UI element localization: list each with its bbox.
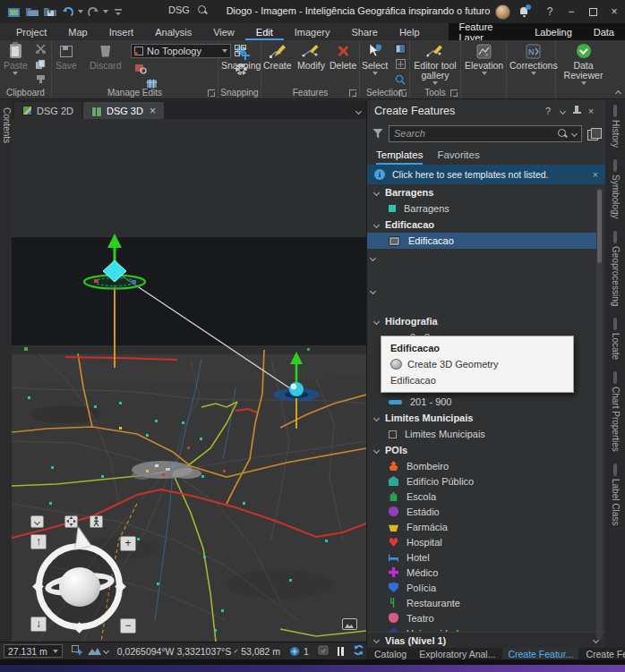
tab-view[interactable]: View	[202, 23, 245, 40]
undo-icon[interactable]	[60, 4, 76, 20]
select-by-attributes-icon[interactable]	[394, 43, 407, 55]
panel-help-icon[interactable]: ?	[541, 104, 555, 118]
refresh-icon[interactable]	[353, 644, 364, 658]
tab-create-feature-c[interactable]: Create Feature C...	[580, 648, 625, 659]
template-policia[interactable]: Polícia	[367, 580, 605, 595]
map-3d-view[interactable]: ↑ + ↓ −	[12, 119, 366, 642]
hidden-group-chevron[interactable]	[370, 288, 376, 294]
tab-edit[interactable]: Edit	[245, 23, 284, 40]
open-project-icon[interactable]	[24, 4, 40, 20]
zoom-out-button[interactable]: −	[120, 618, 136, 634]
tab-feature-layer[interactable]: Feature Layer	[449, 23, 525, 40]
save-edits-button[interactable]: Save	[56, 42, 77, 71]
group-header-limites[interactable]: Limites Municipais	[367, 410, 605, 426]
cut-icon[interactable]	[34, 43, 47, 55]
close-view-tab-icon[interactable]: ×	[150, 105, 156, 117]
zoom-to-selection-icon[interactable]	[394, 73, 407, 85]
view-tab-dsg-2d[interactable]: DSG 2D	[14, 102, 81, 119]
template-hospital[interactable]: Hospital	[367, 534, 605, 549]
delete-button[interactable]: Delete	[330, 42, 356, 71]
minimize-button[interactable]: −	[561, 0, 582, 23]
help-button[interactable]: ?	[539, 0, 561, 23]
view-tab-dsg-3d[interactable]: DSG 3D ×	[83, 102, 164, 119]
snap-toggle-icon[interactable]	[72, 645, 83, 658]
tab-imagery[interactable]: Imagery	[284, 23, 341, 40]
tab-create-features[interactable]: Create Featur...	[502, 648, 578, 659]
undo-dropdown-caret[interactable]	[78, 10, 83, 13]
template-limites-municipais[interactable]: Limites Municipais	[367, 426, 605, 442]
template-estadio[interactable]: Estádio	[367, 504, 605, 519]
tab-templates[interactable]: Templates	[376, 145, 423, 165]
tab-catalog[interactable]: Catalog	[369, 648, 412, 659]
manage-edits-launcher[interactable]	[208, 89, 215, 97]
group-header-edificacao[interactable]: Edificacao	[367, 217, 605, 233]
tab-map[interactable]: Map	[57, 23, 98, 40]
template-restaurante[interactable]: Restaurante	[367, 595, 605, 610]
copy-icon[interactable]	[34, 58, 47, 70]
template-edificacao[interactable]: Edificacao	[367, 233, 596, 249]
template-barragens[interactable]: Barragens	[367, 200, 605, 217]
tab-exploratory-analysis[interactable]: Exploratory Anal...	[414, 648, 501, 659]
group-header-hidrografia[interactable]: Hidrografia	[367, 313, 605, 329]
elevation-button[interactable]: z Elevation	[465, 42, 503, 75]
elevation-combo[interactable]: 27.131 m	[4, 644, 63, 658]
notifications-bell-icon[interactable]	[516, 4, 532, 20]
tilt-up-button[interactable]: ↑	[30, 534, 47, 549]
search-icon[interactable]	[558, 129, 568, 139]
select-button[interactable]: Select	[362, 42, 388, 75]
templates-notice-banner[interactable]: i Click here to see templates not listed…	[367, 165, 605, 184]
template-bombeiro[interactable]: Bombeiro	[367, 458, 605, 473]
banner-close-icon[interactable]: ×	[593, 169, 598, 180]
search-options-chevron[interactable]	[571, 130, 578, 136]
redo-dropdown-caret[interactable]	[103, 10, 108, 13]
group-header-barragens[interactable]: Barragens	[367, 184, 605, 200]
discard-edits-button[interactable]: Discard	[90, 42, 122, 71]
dock-tab-history[interactable]: History	[605, 105, 625, 155]
collapse-navigator-button[interactable]	[30, 515, 44, 528]
panel-pin-icon[interactable]	[569, 104, 584, 118]
template-search-input[interactable]: Search	[389, 125, 582, 142]
tab-data[interactable]: Data	[583, 23, 625, 40]
map-topology-icon[interactable]	[134, 63, 147, 74]
tab-insert[interactable]: Insert	[98, 23, 145, 40]
modify-button[interactable]: Modify	[297, 42, 325, 71]
coordinates-chevron[interactable]	[235, 649, 238, 652]
template-properties-icon[interactable]	[587, 128, 600, 140]
compass-navigator[interactable]	[36, 543, 123, 630]
overview-map-button[interactable]	[342, 618, 357, 630]
format-painter-icon[interactable]	[34, 73, 47, 85]
zoom-in-button[interactable]: +	[120, 536, 136, 551]
template-edificio-publico[interactable]: Edifício Público	[367, 473, 605, 489]
dock-tab-chart-properties[interactable]: Chart Properties	[605, 371, 625, 459]
tools-launcher[interactable]	[450, 89, 458, 97]
corrections-button[interactable]: N Corrections	[509, 42, 558, 75]
redo-icon[interactable]	[85, 4, 101, 20]
tab-help[interactable]: Help	[389, 23, 431, 40]
template-teatro[interactable]: Teatro	[367, 610, 605, 625]
create-button[interactable]: Create	[263, 42, 292, 71]
panel-menu-chevron[interactable]	[555, 104, 569, 118]
close-button[interactable]: ×	[604, 0, 625, 23]
dock-tab-geoprocessing[interactable]: Geoprocessing	[605, 231, 625, 313]
panel-close-icon[interactable]: ×	[584, 104, 598, 118]
group-header-vias[interactable]: Vias (Nível 1)	[367, 632, 605, 648]
template-medico[interactable]: Médico	[367, 565, 605, 580]
features-launcher[interactable]	[349, 89, 356, 97]
topology-combo[interactable]: No Topology	[131, 44, 231, 58]
dock-tab-label-class[interactable]: Label Class	[605, 464, 625, 532]
tab-analysis[interactable]: Analysis	[144, 23, 202, 40]
coordinates-readout[interactable]: 0,0265094°W 3,3321037°S	[117, 646, 232, 657]
group-header-pois[interactable]: POIs	[367, 442, 605, 458]
data-reviewer-button[interactable]: Data Reviewer	[561, 42, 605, 85]
pause-drawing-icon[interactable]	[338, 647, 344, 656]
paste-button[interactable]: Paste	[4, 42, 28, 75]
tab-share[interactable]: Share	[341, 23, 389, 40]
customize-toolbar-icon[interactable]	[110, 4, 126, 20]
collapse-ribbon-chevron[interactable]	[615, 90, 621, 97]
save-project-icon[interactable]	[42, 4, 58, 20]
tab-project[interactable]: Project	[5, 23, 57, 40]
template-farmacia[interactable]: Farmácia	[367, 519, 605, 534]
template-hotel[interactable]: Hotel	[367, 549, 605, 565]
terrain-mode-icon[interactable]	[88, 646, 108, 656]
project-search[interactable]: DSG	[168, 4, 208, 15]
